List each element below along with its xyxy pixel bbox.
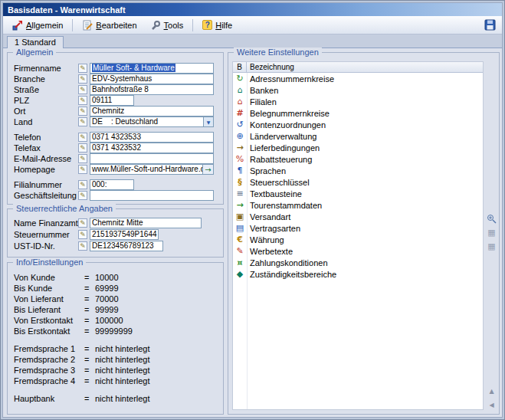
text-lines-icon	[233, 188, 247, 199]
table-row[interactable]: Zahlungskonditionen	[233, 257, 483, 268]
table-row[interactable]: Zuständigkeitsbereiche	[233, 268, 483, 280]
equals-sign: =	[84, 326, 95, 336]
scroll-up-icon[interactable]	[487, 386, 497, 396]
column-header-bezeichnung[interactable]: Bezeichnung	[247, 62, 483, 72]
edit-pencil-icon[interactable]	[78, 74, 87, 84]
edit-pencil-icon[interactable]	[78, 133, 87, 142]
edit-pencil-icon[interactable]	[78, 191, 87, 200]
land-dropdown-button[interactable]	[203, 117, 213, 126]
table-row[interactable]: Textbausteine	[233, 188, 483, 199]
edit-pencil-icon[interactable]	[78, 117, 87, 126]
field-row: Firmenname Müller Soft- & Hardware	[14, 63, 214, 74]
equals-sign: =	[84, 376, 95, 386]
menu-tools[interactable]: Tools	[144, 18, 190, 33]
speech-bubble-icon	[233, 165, 247, 176]
field-row: Land DE : Deutschland	[14, 116, 214, 127]
land-select[interactable]: DE : Deutschland	[90, 116, 214, 127]
field-value: Müller Soft- & Hardware	[92, 64, 175, 72]
settings-table: B Bezeichnung Adressnummernkreise Banken…	[232, 61, 484, 410]
branche-field[interactable]: EDV-Systemhaus	[90, 74, 214, 84]
table-row[interactable]: Kontenzuordnungen	[233, 119, 483, 130]
steuernummer-field[interactable]: 2151937549P1644	[90, 229, 159, 240]
open-homepage-button[interactable]	[203, 164, 214, 175]
info-value: nicht hinterlegt	[95, 366, 150, 375]
geschaeftsleitung-field[interactable]	[90, 190, 214, 201]
field-label: Name Finanzamt	[14, 218, 78, 228]
info-row: Hauptbank = nicht hinterlegt	[14, 394, 150, 403]
edit-pencil-icon[interactable]	[78, 107, 87, 116]
table-row[interactable]: Lieferbedingungen	[233, 142, 483, 153]
equals-sign: =	[84, 366, 95, 375]
edit-pencil-icon[interactable]	[78, 154, 87, 163]
edit-pencil-icon[interactable]	[78, 230, 87, 239]
group-steuer: Steuerrechtliche Angaben Name Finanzamt …	[7, 208, 224, 258]
info-label: Von Erstkontakt	[14, 316, 84, 325]
table-row[interactable]: Vertragsarten	[233, 222, 483, 234]
row-label: Sprachen	[247, 166, 286, 176]
sync-arrows-icon	[233, 119, 247, 130]
firmenname-field[interactable]: Müller Soft- & Hardware	[90, 63, 214, 74]
table-row[interactable]: Werbetexte	[233, 245, 483, 257]
info-label: Fremdsprache 3	[14, 366, 84, 375]
table-row[interactable]: Belegnummernkreise	[233, 107, 483, 119]
grid-view-icon[interactable]	[487, 241, 497, 251]
tab-standard[interactable]: 1 Standard	[7, 36, 64, 48]
red-arrow-icon	[12, 20, 23, 31]
badge-icon	[233, 268, 247, 280]
table-row[interactable]: Währung	[233, 234, 483, 245]
info-row: Bis Erstkontakt = 99999999	[14, 326, 133, 336]
menu-bearbeiten[interactable]: Bearbeiten	[76, 18, 143, 33]
table-row[interactable]: Rabattsteuerung	[233, 153, 483, 165]
group-title: Info/Einstellungen	[13, 258, 86, 267]
save-button[interactable]	[484, 18, 497, 31]
equals-sign: =	[84, 316, 95, 325]
edit-pencil-icon[interactable]	[78, 241, 87, 251]
info-row: Von Kunde = 10000	[14, 273, 119, 282]
grid-view-icon[interactable]	[487, 227, 497, 238]
titlebar[interactable]: Basisdaten - Warenwirtschaft	[3, 3, 502, 16]
edit-pencil-icon[interactable]	[78, 218, 87, 228]
edit-pencil-icon[interactable]	[78, 64, 87, 73]
table-row[interactable]: Banken	[233, 84, 483, 96]
table-row[interactable]: Adressnummernkreise	[233, 73, 483, 84]
field-label: Firmenname	[14, 64, 78, 73]
table-header: B Bezeichnung	[233, 62, 483, 73]
field-label: E-Mail-Adresse	[14, 154, 78, 163]
zoom-in-icon[interactable]	[487, 213, 497, 224]
app-window: Basisdaten - Warenwirtschaft Allgemein	[2, 2, 503, 418]
table-row[interactable]: Tourenstammdaten	[233, 199, 483, 211]
menu-allgemein[interactable]: Allgemein	[6, 18, 69, 33]
strasse-field[interactable]: Bahnhofstraße 8	[90, 84, 214, 95]
info-value: nicht hinterlegt	[95, 344, 150, 353]
info-row: Fremdsprache 1 = nicht hinterlegt	[14, 344, 150, 353]
edit-pencil-icon[interactable]	[78, 165, 87, 174]
telefax-field[interactable]: 0371 4323532	[90, 143, 214, 153]
table-row[interactable]: Länderverwaltung	[233, 130, 483, 142]
column-header-b[interactable]: B	[233, 62, 247, 72]
coins-icon	[233, 234, 247, 245]
edit-pencil-icon[interactable]	[78, 96, 87, 105]
filialnummer-field[interactable]: 000:	[90, 179, 134, 190]
edit-pencil-icon[interactable]	[78, 143, 87, 153]
homepage-field[interactable]: www.Müller-Soft-und-Hardware.de	[90, 164, 203, 175]
money-icon	[233, 257, 247, 268]
table-row[interactable]: Filialen	[233, 96, 483, 107]
finanzamt-field[interactable]: Chemnitz Mitte	[90, 218, 202, 228]
ustid-field[interactable]: DE123456789123	[90, 241, 163, 251]
info-value: 69999	[95, 284, 119, 293]
row-label: Banken	[247, 86, 278, 95]
building-icon	[233, 96, 247, 107]
scroll-left-icon[interactable]	[487, 399, 497, 410]
ort-field[interactable]: Chemnitz	[90, 106, 214, 116]
menu-hilfe[interactable]: ? Hilfe	[196, 18, 238, 32]
table-row[interactable]: Versandart	[233, 211, 483, 222]
table-row[interactable]: Steuerschlüssel	[233, 176, 483, 188]
field-row: Telefax 0371 4323532	[14, 143, 214, 153]
toolbar-separator	[72, 19, 73, 31]
email-field[interactable]	[90, 153, 214, 164]
plz-field[interactable]: 09111	[90, 95, 134, 106]
edit-pencil-icon[interactable]	[78, 85, 87, 94]
telefon-field[interactable]: 0371 4323533	[90, 132, 214, 143]
edit-pencil-icon[interactable]	[78, 180, 87, 189]
table-row[interactable]: Sprachen	[233, 165, 483, 176]
